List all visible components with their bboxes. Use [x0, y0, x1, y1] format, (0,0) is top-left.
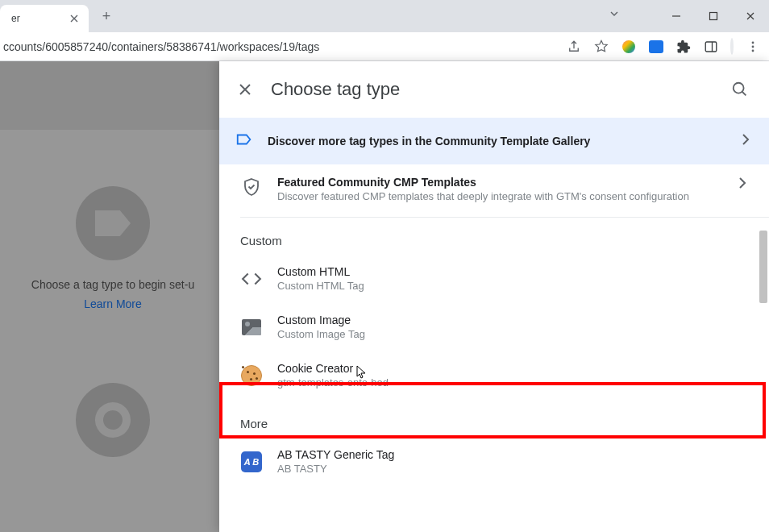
main-area: Choose a tag type to begin set-u Learn M…: [0, 61, 769, 532]
svg-point-4: [752, 45, 754, 48]
close-window-button[interactable]: [732, 0, 769, 32]
tab-list-caret-icon[interactable]: [609, 8, 620, 23]
item-title: AB TASTY Generic Tag: [277, 448, 750, 461]
ab-tasty-icon: A B: [240, 451, 263, 473]
item-custom-html[interactable]: Custom HTML Custom HTML Tag: [219, 256, 769, 304]
image-icon: [240, 316, 263, 339]
bookmark-star-icon[interactable]: [593, 39, 609, 55]
search-icon[interactable]: [730, 80, 750, 99]
panel-title: Choose tag type: [271, 79, 714, 100]
new-tab-button[interactable]: +: [95, 5, 118, 27]
chevron-right-icon: [738, 132, 753, 150]
section-custom: Custom: [219, 218, 769, 256]
featured-cmp-row[interactable]: Featured Community CMP Templates Discove…: [219, 164, 769, 217]
extensions-puzzle-icon[interactable]: [675, 39, 692, 55]
kebab-menu-icon[interactable]: [745, 39, 761, 55]
browser-tab-strip: er +: [0, 0, 769, 32]
item-sub: Custom Image Tag: [277, 328, 750, 342]
cookie-icon: [240, 364, 263, 387]
browser-tab[interactable]: er: [0, 5, 89, 32]
choose-tag-panel: Choose tag type Discover more tag types …: [219, 61, 769, 532]
section-more: More: [219, 401, 769, 438]
address-bar: ccounts/6005857240/containers/58386741/w…: [0, 32, 769, 61]
svg-point-5: [752, 49, 754, 52]
close-tab-icon[interactable]: [68, 12, 81, 25]
svg-rect-0: [710, 13, 717, 20]
extension-icon-2[interactable]: [648, 39, 664, 55]
item-sub: Custom HTML Tag: [277, 280, 750, 293]
panel-header: Choose tag type: [219, 61, 769, 118]
maximize-button[interactable]: [695, 0, 732, 32]
featured-sub: Discover featured CMP templates that dee…: [277, 190, 721, 204]
tab-title: er: [11, 13, 68, 24]
item-title: Cookie Creator: [277, 362, 750, 375]
scrollbar-thumb[interactable]: [759, 231, 767, 303]
featured-title: Featured Community CMP Templates: [277, 176, 721, 189]
svg-point-3: [752, 41, 754, 44]
scrollbar-track[interactable]: [758, 166, 769, 532]
side-panel-icon[interactable]: [703, 39, 719, 55]
window-controls: [658, 0, 769, 32]
extension-icon-1[interactable]: [621, 39, 637, 55]
svg-rect-1: [705, 42, 717, 52]
close-panel-button[interactable]: [235, 80, 255, 99]
item-sub: AB TASTY: [277, 463, 750, 476]
tag-outline-icon: [235, 131, 253, 152]
svg-point-6: [734, 83, 744, 94]
toolbar-actions: [566, 39, 761, 55]
svg-line-7: [742, 92, 746, 96]
item-title: Custom Image: [277, 314, 750, 326]
item-ab-tasty[interactable]: A B AB TASTY Generic Tag AB TASTY: [219, 438, 769, 487]
discover-gallery-row[interactable]: Discover more tag types in the Community…: [219, 118, 769, 164]
item-cookie-creator[interactable]: Cookie Creator gtm-templates-onto-hed: [219, 352, 769, 401]
item-custom-image[interactable]: Custom Image Custom Image Tag: [219, 304, 769, 352]
url-text[interactable]: ccounts/6005857240/containers/58386741/w…: [0, 40, 566, 53]
minimize-button[interactable]: [658, 0, 695, 32]
code-icon: [240, 268, 263, 290]
share-icon[interactable]: [566, 39, 582, 55]
item-sub: gtm-templates-onto-hed: [277, 376, 750, 390]
discover-text: Discover more tag types in the Community…: [268, 135, 724, 148]
shield-check-icon: [240, 176, 263, 198]
chevron-right-icon: [735, 176, 750, 193]
panel-scroll-area[interactable]: Featured Community CMP Templates Discove…: [219, 164, 769, 532]
profile-avatar[interactable]: [730, 39, 734, 54]
item-title: Custom HTML: [277, 265, 750, 278]
